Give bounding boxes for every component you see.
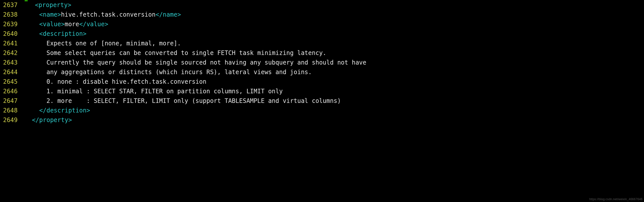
code-content: <name>hive.fetch.task.conversion</name> — [25, 10, 181, 19]
xml-tag: </value> — [79, 21, 108, 28]
code-line: 2649 </property> — [0, 115, 644, 125]
code-content: Some select queries can be converted to … — [25, 48, 326, 58]
xml-text — [28, 2, 35, 9]
code-line: 2638 <name>hive.fetch.task.conversion</n… — [0, 10, 644, 19]
xml-tag: <name> — [39, 11, 61, 18]
code-line: 2641 Expects one of [none, minimal, more… — [0, 39, 644, 48]
line-number: 2641 — [0, 39, 25, 48]
code-line: 2643 Currently the query should be singl… — [0, 58, 644, 67]
code-line: 2644 any aggregations or distincts (whic… — [0, 67, 644, 77]
code-content: <description> — [25, 29, 87, 39]
code-content: Currently the query should be single sou… — [25, 58, 366, 67]
xml-tag: <value> — [39, 21, 65, 28]
xml-text — [25, 30, 39, 37]
line-number: 2645 — [0, 77, 25, 86]
code-content: <property> — [25, 0, 71, 10]
line-number: 2638 — [0, 10, 25, 19]
xml-text — [25, 11, 39, 18]
line-number: 2646 — [0, 86, 25, 96]
xml-text: Currently the query should be single sou… — [25, 59, 366, 66]
code-line: 2648 </description> — [0, 106, 644, 115]
line-number: 2648 — [0, 106, 25, 115]
xml-tag: </description> — [39, 107, 90, 114]
line-number: 2637 — [0, 0, 25, 10]
xml-tag: <property> — [35, 2, 71, 9]
line-number: 2644 — [0, 67, 25, 77]
code-content: 2. more : SELECT, FILTER, LIMIT only (su… — [25, 96, 341, 106]
cursor-icon — [25, 0, 28, 1]
line-number: 2642 — [0, 48, 25, 58]
xml-tag: </name> — [155, 11, 181, 18]
line-number: 2647 — [0, 96, 25, 106]
xml-text: 0. none : disable hive.fetch.task.conver… — [25, 78, 206, 85]
xml-text: Some select queries can be converted to … — [25, 49, 326, 56]
xml-tag: <description> — [39, 30, 87, 37]
code-line: 2646 1. minimal : SELECT STAR, FILTER on… — [0, 86, 644, 96]
code-line: 2639 <value>more</value> — [0, 19, 644, 29]
xml-text: hive.fetch.task.conversion — [61, 11, 156, 18]
code-line: 2645 0. none : disable hive.fetch.task.c… — [0, 77, 644, 86]
code-line: 2647 2. more : SELECT, FILTER, LIMIT onl… — [0, 96, 644, 106]
code-content: <value>more</value> — [25, 19, 108, 29]
code-editor: 2637 <property>2638 <name>hive.fetch.tas… — [0, 0, 644, 127]
xml-text: more — [65, 21, 79, 28]
line-number: 2640 — [0, 29, 25, 39]
code-content: any aggregations or distincts (which inc… — [25, 67, 312, 77]
xml-tag: </property> — [32, 117, 72, 124]
code-content: </description> — [25, 106, 90, 115]
xml-text: 2. more : SELECT, FILTER, LIMIT only (su… — [25, 97, 341, 104]
code-content: </property> — [25, 115, 72, 125]
line-number: 2639 — [0, 19, 25, 29]
code-content: 1. minimal : SELECT STAR, FILTER on part… — [25, 86, 283, 96]
xml-text: Expects one of [none, minimal, more]. — [25, 40, 181, 47]
xml-text: any aggregations or distincts (which inc… — [25, 69, 312, 76]
code-content: Expects one of [none, minimal, more]. — [25, 39, 181, 48]
xml-text — [25, 117, 32, 124]
line-number: 2649 — [0, 115, 25, 125]
xml-text: 1. minimal : SELECT STAR, FILTER on part… — [25, 88, 283, 95]
code-content: 0. none : disable hive.fetch.task.conver… — [25, 77, 206, 86]
code-line: 2640 <description> — [0, 29, 644, 39]
code-line: 2637 <property> — [0, 0, 644, 10]
code-line: 2642 Some select queries can be converte… — [0, 48, 644, 58]
line-number: 2643 — [0, 58, 25, 67]
xml-text — [25, 107, 39, 114]
xml-text — [25, 21, 39, 28]
